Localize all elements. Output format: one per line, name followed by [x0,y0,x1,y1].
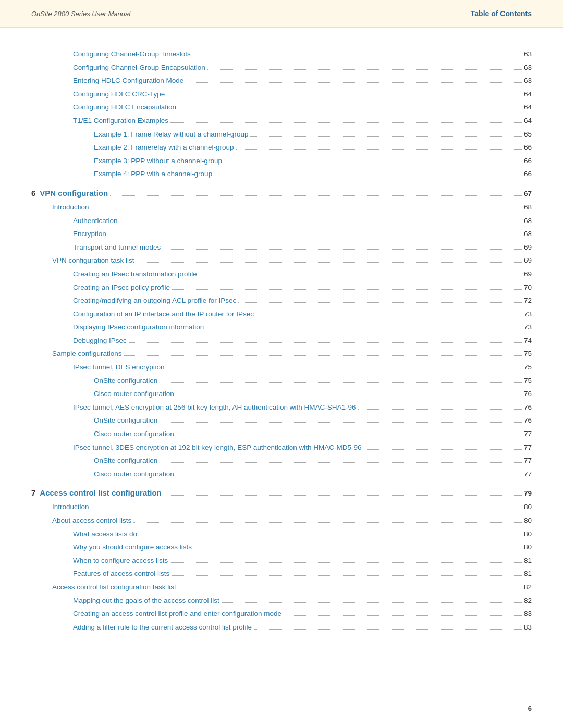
toc-page: 64 [524,115,532,127]
toc-page: 76 [524,402,532,413]
toc-link[interactable]: Example 2: Framerelay with a channel-gro… [94,142,234,153]
toc-link[interactable]: Cisco router configuration [94,468,174,480]
toc-link[interactable]: Why you should configure access lists [73,541,192,553]
toc-page: 63 [524,62,532,73]
toc-page: 77 [524,428,532,440]
page-footer: 6 [528,705,532,712]
toc-dots [170,122,522,123]
page-header: OnSite 2800 Series User Manual Table of … [0,0,563,28]
toc-page: 75 [524,362,532,373]
toc-entry: Cisco router configuration77 [31,428,532,440]
chapter-title[interactable]: VPN configuration [40,187,108,200]
toc-link[interactable]: OnSite configuration [94,375,157,387]
toc-link[interactable]: Configuring Channel-Group Encapsulation [73,62,205,73]
toc-link[interactable]: Sample configurations [52,348,122,360]
toc-page: 77 [524,442,532,453]
toc-link[interactable]: What access lists do [73,528,137,540]
toc-dots [238,302,522,303]
toc-dots [163,249,522,250]
toc-dots [137,262,522,263]
toc-link[interactable]: Encryption [73,228,106,240]
toc-entry: VPN configuration task list69 [31,255,532,266]
toc-link[interactable]: Debugging IPsec [73,335,127,347]
toc-dots [167,369,522,369]
toc-dots [133,522,522,523]
chapter-row: 7Access control list configuration79 [31,487,532,499]
toc-dots [178,109,522,109]
toc-dots [254,629,522,630]
toc-link[interactable]: OnSite configuration [94,455,157,466]
toc-page: 64 [524,102,532,113]
chapter-row: 6VPN configuration67 [31,187,532,200]
toc-link[interactable]: Example 4: PPP with a channel-group [94,168,212,180]
toc-link[interactable]: Transport and tunnel modes [73,242,161,253]
toc-link[interactable]: IPsec tunnel, 3DES encryption at 192 bit… [73,442,362,453]
toc-link[interactable]: About access control lists [52,515,131,526]
toc-page: 80 [524,528,532,540]
toc-dots [172,575,522,576]
toc-entry: Example 3: PPP without a channel-group66 [31,155,532,167]
toc-link[interactable]: Adding a filter rule to the current acce… [73,622,252,633]
toc-link[interactable]: VPN configuration task list [52,255,134,266]
toc-link[interactable]: Creating/modifying an outgoing ACL profi… [73,295,236,306]
toc-link[interactable]: When to configure access lists [73,555,168,566]
toc-link[interactable]: Creating an IPsec policy profile [73,282,170,293]
header-manual-title: OnSite 2800 Series User Manual [31,10,130,18]
toc-link[interactable]: Configuring HDLC Encapsulation [73,102,176,113]
toc-page: 68 [524,202,532,213]
toc-entry: OnSite configuration75 [31,375,532,387]
toc-page: 74 [524,335,532,347]
toc-link[interactable]: Cisco router configuration [94,428,174,440]
toc-link[interactable]: Cisco router configuration [94,388,174,400]
toc-link[interactable]: Configuring Channel-Group Timeslots [73,48,191,60]
toc-link[interactable]: Introduction [52,501,89,513]
toc-dots [160,462,522,463]
toc-link[interactable]: Mapping out the goals of the access cont… [73,595,219,607]
toc-link[interactable]: OnSite configuration [94,415,157,426]
toc-entry: Configuring HDLC CRC-Type64 [31,89,532,100]
toc-page: 81 [524,555,532,566]
toc-dots [108,236,522,236]
toc-entry: Creating an access control list profile … [31,608,532,620]
toc-dots [160,382,522,383]
toc-dots [167,96,522,96]
toc-page: 68 [524,215,532,227]
toc-link[interactable]: Introduction [52,202,89,213]
toc-entry: T1/E1 Configuration Examples64 [31,115,532,127]
toc-entry: Sample configurations75 [31,348,532,360]
toc-entry: Introduction80 [31,501,532,513]
chapter-number: 7 [31,487,35,499]
toc-link[interactable]: Access control list configuration task l… [52,582,176,593]
toc-link[interactable]: Entering HDLC Configuration Mode [73,75,183,87]
toc-link[interactable]: Configuration of an IP interface and the… [73,309,254,320]
toc-dots [222,602,522,603]
toc-page: 69 [524,255,532,266]
toc-dots [199,276,522,276]
toc-dots [139,536,522,536]
toc-link[interactable]: Creating an IPsec transformation profile [73,268,197,280]
toc-page: 76 [524,388,532,400]
toc-entry: About access control lists80 [31,515,532,526]
toc-dots [129,342,522,343]
toc-page: 83 [524,608,532,620]
toc-link[interactable]: T1/E1 Configuration Examples [73,115,168,127]
toc-link[interactable]: Configuring HDLC CRC-Type [73,89,165,100]
toc-link[interactable]: Creating an access control list profile … [73,608,282,620]
toc-link[interactable]: Example 3: PPP without a channel-group [94,155,222,167]
toc-link[interactable]: IPsec tunnel, AES encryption at 256 bit … [73,402,356,413]
toc-link[interactable]: Example 1: Frame Relay without a channel… [94,129,248,140]
toc-dots [176,436,522,436]
toc-page: 66 [524,168,532,180]
toc-link[interactable]: Authentication [73,215,118,227]
toc-entry: Mapping out the goals of the access cont… [31,595,532,607]
toc-dots [178,589,522,589]
toc-entry: Introduction68 [31,202,532,213]
toc-page: 64 [524,89,532,100]
toc-link[interactable]: Displaying IPsec configuration informati… [73,322,204,333]
toc-page: 80 [524,515,532,526]
toc-dots [194,549,522,549]
toc-link[interactable]: Features of access control lists [73,568,169,579]
toc-dots [236,149,522,150]
toc-link[interactable]: IPsec tunnel, DES encryption [73,362,165,373]
chapter-title[interactable]: Access control list configuration [40,487,161,499]
